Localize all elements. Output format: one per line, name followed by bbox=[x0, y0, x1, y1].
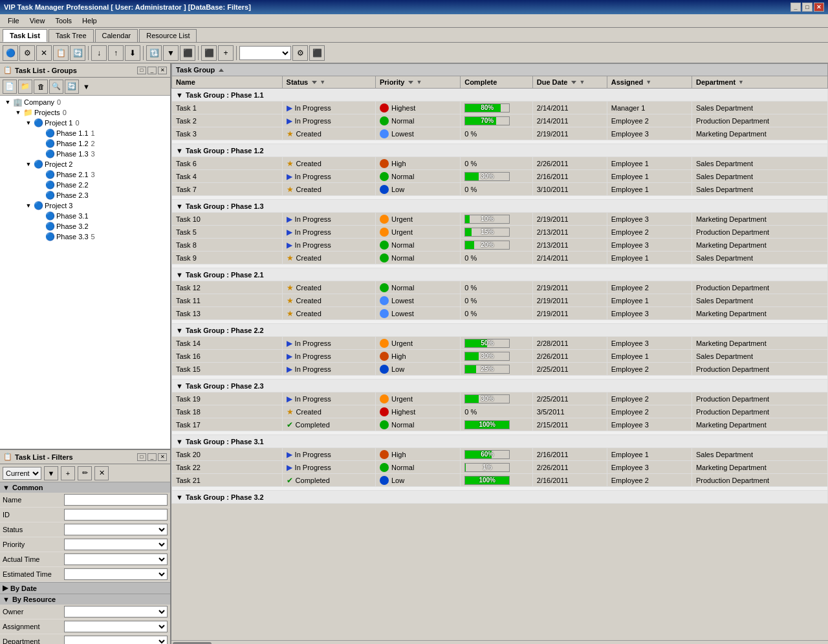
task-row[interactable]: Task 6★CreatedHigh0 %2/26/2011Employee 1… bbox=[172, 157, 828, 170]
filter-department-select[interactable] bbox=[64, 636, 168, 644]
tree-node-company[interactable]: ▼ 🏢 Company 0 bbox=[1, 97, 169, 107]
filter-actualtime-select[interactable] bbox=[64, 553, 168, 565]
tab-resourcelist[interactable]: Resource List bbox=[139, 29, 197, 42]
task-row[interactable]: Task 10▶In ProgressUrgent10%2/19/2011Emp… bbox=[172, 213, 828, 226]
task-row[interactable]: Task 20▶In ProgressHigh60%2/16/2011Emplo… bbox=[172, 448, 828, 461]
expand-projects[interactable]: ▼ bbox=[13, 109, 23, 116]
group-expand-icon[interactable]: ▼ bbox=[176, 91, 183, 99]
task-row[interactable]: Task 3★CreatedLowest0 %2/19/2011Employee… bbox=[172, 127, 828, 140]
filter-section-bydate-header[interactable]: ▶ By Date bbox=[0, 583, 170, 594]
minimize-button[interactable]: _ bbox=[790, 3, 801, 12]
expand-phase21[interactable] bbox=[35, 171, 45, 178]
col-header-assigned[interactable]: Assigned▼ bbox=[607, 76, 692, 89]
filter-priority-select[interactable] bbox=[64, 539, 168, 550]
filter-status-select[interactable] bbox=[64, 524, 168, 535]
filter-current-select[interactable]: Current bbox=[3, 467, 41, 480]
task-row[interactable]: Task 18★CreatedHighest0 %3/5/2011Employe… bbox=[172, 405, 828, 418]
task-row[interactable]: Task 5▶In ProgressUrgent15%2/13/2011Empl… bbox=[172, 226, 828, 239]
tab-calendar[interactable]: Calendar bbox=[95, 29, 138, 42]
expand-project2[interactable]: ▼ bbox=[23, 161, 34, 167]
task-row[interactable]: Task 12★CreatedNormal0 %2/19/2011Employe… bbox=[172, 281, 828, 294]
group-expand-icon[interactable]: ▼ bbox=[176, 382, 183, 390]
col-header-name[interactable]: Name bbox=[172, 76, 283, 89]
filter-panel-minimize[interactable]: _ bbox=[147, 453, 157, 461]
tree-node-phase23[interactable]: 🔵 Phase 2.3 bbox=[1, 190, 169, 200]
col-header-duedate[interactable]: Due Date▼ bbox=[532, 76, 607, 89]
expand-phase31[interactable] bbox=[35, 213, 45, 219]
task-row[interactable]: Task 17✔CompletedNormal100%2/15/2011Empl… bbox=[172, 418, 828, 431]
toolbar-columns[interactable]: ⬛ bbox=[201, 45, 217, 61]
col-header-dept[interactable]: Department▼ bbox=[692, 76, 827, 89]
task-row[interactable]: Task 21✔CompletedLow100%2/16/2011Employe… bbox=[172, 474, 828, 487]
tree-panel-minimize[interactable]: _ bbox=[147, 67, 157, 74]
tree-dropdown-arrow[interactable]: ▼ bbox=[83, 83, 90, 91]
group-expand-icon[interactable]: ▼ bbox=[176, 147, 183, 155]
expand-phase11[interactable] bbox=[35, 130, 45, 136]
toolbar-plus[interactable]: + bbox=[218, 45, 234, 61]
task-row[interactable]: Task 2▶In ProgressNormal70%2/14/2011Empl… bbox=[172, 114, 828, 127]
task-table-container[interactable]: Task Group Name Status▼ Priority▼ Comple… bbox=[171, 63, 828, 640]
filter-section-common-header[interactable]: ▼ Common bbox=[0, 482, 170, 493]
task-row[interactable]: Task 16▶In ProgressHigh30%2/26/2011Emplo… bbox=[172, 350, 828, 363]
expand-project1[interactable]: ▼ bbox=[23, 120, 34, 126]
tree-panel-restore[interactable]: □ bbox=[137, 67, 146, 74]
toolbar-filter[interactable]: ▼ bbox=[163, 45, 179, 61]
expand-phase32[interactable] bbox=[35, 223, 45, 230]
task-row[interactable]: Task 4▶In ProgressNormal30%2/16/2011Empl… bbox=[172, 170, 828, 183]
toolbar-move-down[interactable]: ↓ bbox=[91, 45, 107, 61]
task-row[interactable]: Task 13★CreatedLowest0 %2/19/2011Employe… bbox=[172, 307, 828, 320]
filter-delete-btn[interactable]: ✕ bbox=[94, 466, 109, 480]
menu-file[interactable]: File bbox=[3, 16, 25, 26]
tree-node-phase11[interactable]: 🔵 Phase 1.1 1 bbox=[1, 128, 169, 138]
tree-delete-btn[interactable]: 🗑 bbox=[34, 80, 48, 94]
toolbar-btn-2[interactable]: ⚙ bbox=[19, 45, 35, 61]
tree-node-phase33[interactable]: 🔵 Phase 3.3 5 bbox=[1, 231, 169, 242]
task-row[interactable]: Task 14▶In ProgressUrgent50%2/28/2011Emp… bbox=[172, 337, 828, 350]
toolbar-btn-3[interactable]: ✕ bbox=[36, 45, 52, 61]
filter-owner-select[interactable] bbox=[64, 606, 168, 617]
tab-tasklist[interactable]: Task List bbox=[3, 29, 47, 42]
task-row[interactable]: Task 8▶In ProgressNormal20%2/13/2011Empl… bbox=[172, 239, 828, 252]
tree-node-phase12[interactable]: 🔵 Phase 1.2 2 bbox=[1, 138, 169, 149]
expand-phase13[interactable] bbox=[35, 151, 45, 157]
col-header-complete[interactable]: Complete bbox=[461, 76, 533, 89]
toolbar-move-bottom[interactable]: ⬇ bbox=[125, 45, 140, 61]
tree-node-phase31[interactable]: 🔵 Phase 3.1 bbox=[1, 211, 169, 221]
menu-help[interactable]: Help bbox=[77, 16, 102, 26]
toolbar-move-up[interactable]: ↑ bbox=[108, 45, 124, 61]
task-row[interactable]: Task 15▶In ProgressLow25%2/25/2011Employ… bbox=[172, 363, 828, 376]
task-row[interactable]: Task 11★CreatedLowest0 %2/19/2011Employe… bbox=[172, 294, 828, 307]
task-row[interactable]: Task 9★CreatedNormal0 %2/14/2011Employee… bbox=[172, 252, 828, 264]
tree-node-project2[interactable]: ▼ 🔵 Project 2 bbox=[1, 159, 169, 169]
filter-edit-btn[interactable]: ✏ bbox=[78, 466, 92, 480]
group-expand-icon[interactable]: ▼ bbox=[176, 271, 183, 279]
expand-phase12[interactable] bbox=[35, 140, 45, 147]
menu-tools[interactable]: Tools bbox=[50, 16, 77, 26]
filter-section-byresource-header[interactable]: ▼ By Resource bbox=[0, 594, 170, 605]
filter-panel-restore[interactable]: □ bbox=[137, 453, 146, 461]
toolbar-extra[interactable]: ⬛ bbox=[309, 45, 325, 61]
tree-refresh-btn[interactable]: 🔄 bbox=[65, 80, 79, 94]
col-header-priority[interactable]: Priority▼ bbox=[375, 76, 460, 89]
tree-node-phase22[interactable]: 🔵 Phase 2.2 bbox=[1, 180, 169, 190]
filter-add-btn[interactable]: + bbox=[61, 466, 75, 480]
task-row[interactable]: Task 7★CreatedLow0 %3/10/2011Employee 1S… bbox=[172, 183, 828, 196]
expand-company[interactable]: ▼ bbox=[3, 99, 13, 105]
toolbar-expand[interactable]: ⬛ bbox=[180, 45, 195, 61]
filter-estimatedtime-select[interactable] bbox=[64, 568, 168, 580]
tree-node-project3[interactable]: ▼ 🔵 Project 3 bbox=[1, 200, 169, 211]
tree-node-projects[interactable]: ▼ 📁 Projects 0 bbox=[1, 107, 169, 118]
tree-node-phase13[interactable]: 🔵 Phase 1.3 3 bbox=[1, 149, 169, 159]
tree-node-phase21[interactable]: 🔵 Phase 2.1 3 bbox=[1, 169, 169, 180]
task-row[interactable]: Task 22▶In ProgressNormal1%2/26/2011Empl… bbox=[172, 461, 828, 474]
filter-id-input[interactable] bbox=[64, 509, 168, 521]
tree-node-project1[interactable]: ▼ 🔵 Project 1 0 bbox=[1, 118, 169, 128]
expand-phase23[interactable] bbox=[35, 192, 45, 199]
expand-project3[interactable]: ▼ bbox=[23, 202, 34, 209]
horizontal-scrollbar[interactable] bbox=[171, 640, 828, 644]
toolbar-settings[interactable]: ⚙ bbox=[292, 45, 308, 61]
filter-panel-close[interactable]: ✕ bbox=[158, 453, 167, 461]
menu-view[interactable]: View bbox=[25, 16, 50, 26]
filter-name-input[interactable] bbox=[64, 494, 168, 506]
toolbar-btn-1[interactable]: 🔵 bbox=[3, 45, 18, 61]
